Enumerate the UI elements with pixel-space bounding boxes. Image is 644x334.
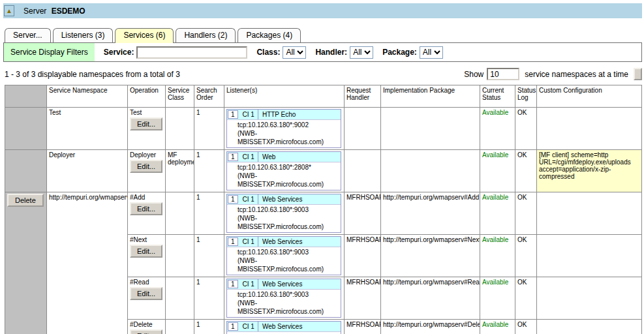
listener-endpoint: tcp:10.120.63.180*:9003 bbox=[238, 205, 339, 214]
col-header-action bbox=[5, 85, 47, 108]
listener-address: tcp:10.120.63.180*:9003(NWB-MBISSETXP.mi… bbox=[227, 247, 341, 275]
listener-name: Web Services bbox=[258, 281, 307, 288]
page-size-input[interactable] bbox=[487, 68, 519, 80]
listener-box: 1CI 1Web Servicestcp:10.120.63.180*:9003… bbox=[226, 321, 341, 334]
col-header-current-status: Current Status bbox=[480, 85, 515, 108]
custom-config-cell bbox=[537, 320, 642, 334]
listener-conversation: CI 1 bbox=[239, 152, 258, 162]
listener-cell: 1CI 1Web Servicestcp:10.120.63.180*:9003… bbox=[224, 235, 345, 277]
server-title: Server ESDEMO bbox=[23, 7, 85, 16]
current-status-cell: Available bbox=[480, 192, 515, 235]
listener-address: tcp:10.120.63.180*:2808*(NWB-MBISSETXP.m… bbox=[227, 162, 341, 190]
listener-cell: 1CI 1Web Servicestcp:10.120.63.180*:9003… bbox=[224, 320, 345, 334]
operation-label: #Delete bbox=[130, 321, 163, 328]
es-admin-page: ▲ Server ESDEMO Server...Listeners (3)Se… bbox=[0, 0, 644, 334]
refresh-button[interactable] bbox=[634, 68, 642, 80]
listener-name: Web Services bbox=[258, 238, 307, 245]
service-namespace-cell: Test bbox=[47, 108, 128, 150]
listener-address: tcp:10.120.63.180*:9003(NWB-MBISSETXP.mi… bbox=[227, 290, 341, 317]
tab-listeners-3[interactable]: Listeners (3) bbox=[53, 28, 114, 42]
edit-button[interactable]: Edit... bbox=[130, 287, 162, 300]
col-header-service-namespace: Service Namespace bbox=[47, 85, 128, 108]
request-handler-cell: MFRHSOAP bbox=[345, 320, 381, 334]
listener-header: 1CI 1Web Services bbox=[227, 194, 341, 205]
class-filter-label: Class: bbox=[256, 48, 280, 57]
filter-bar: Service Display Filters Service: Class: … bbox=[3, 42, 642, 62]
service-class-cell: MF deployment bbox=[166, 150, 194, 192]
listener-conversation: CI 1 bbox=[239, 110, 258, 119]
operation-cell: #DeleteEdit... bbox=[128, 320, 166, 334]
handler-filter-label: Handler: bbox=[315, 48, 347, 57]
listener-conversation: CI 1 bbox=[239, 322, 258, 331]
edit-button[interactable]: Edit... bbox=[130, 329, 162, 334]
handler-filter-select[interactable]: All bbox=[350, 46, 373, 59]
tab-server[interactable]: Server... bbox=[5, 28, 51, 42]
status-log-cell: OK bbox=[515, 277, 537, 320]
pagination-bar: 1 - 3 of 3 displayable namespaces from a… bbox=[5, 68, 642, 80]
package-filter-select[interactable]: All bbox=[420, 46, 443, 59]
search-order-cell: 1 bbox=[194, 108, 224, 150]
listener-address: tcp:10.120.63.180*:9003(NWB-MBISSETXP.mi… bbox=[227, 205, 341, 232]
implementation-package-cell: http://tempuri.org/wmapserv#Read bbox=[381, 277, 480, 320]
listener-host: (NWB-MBISSETXP.microfocus.com) bbox=[238, 256, 339, 273]
collapse-triangle-icon[interactable]: ▲ bbox=[4, 5, 14, 16]
current-status-cell: Available bbox=[480, 320, 515, 334]
status-log-cell: OK bbox=[515, 320, 537, 334]
listener-endpoint: tcp:10.120.63.180*:9002 bbox=[238, 121, 339, 129]
listener-box: 1CI 1Web Servicestcp:10.120.63.180*:9003… bbox=[226, 194, 341, 233]
operation-cell: TestEdit... bbox=[128, 108, 166, 150]
service-namespace-cell: Deployer bbox=[47, 150, 128, 192]
listener-conversation: CI 1 bbox=[239, 237, 258, 247]
service-class-cell bbox=[166, 277, 194, 320]
server-header-bar: ▲ Server ESDEMO bbox=[3, 3, 642, 18]
listener-host: (NWB-MBISSETXP.microfocus.com) bbox=[238, 214, 339, 231]
class-filter-select[interactable]: All bbox=[283, 46, 306, 59]
col-header-search-order: Search Order bbox=[194, 85, 224, 108]
operation-cell: #NextEdit... bbox=[128, 235, 166, 277]
listener-index: 1 bbox=[228, 153, 238, 161]
current-status-cell: Available bbox=[480, 277, 515, 320]
custom-config-cell bbox=[537, 235, 642, 277]
listener-box: 1CI 1Webtcp:10.120.63.180*:2808*(NWB-MBI… bbox=[226, 151, 341, 190]
edit-button[interactable]: Edit... bbox=[130, 202, 162, 215]
implementation-package-cell: http://tempuri.org/wmapserv#Add bbox=[381, 192, 480, 235]
listener-index: 1 bbox=[228, 195, 238, 204]
tab-bar: Server...Listeners (3)Services (6)Handle… bbox=[5, 28, 644, 42]
listener-name: Web Services bbox=[258, 323, 307, 330]
search-order-cell: 1 bbox=[194, 277, 224, 320]
listener-box: 1CI 1Web Servicestcp:10.120.63.180*:9003… bbox=[226, 236, 341, 275]
status-log-cell: OK bbox=[515, 108, 537, 150]
search-order-cell: 1 bbox=[194, 235, 224, 277]
operation-label: #Add bbox=[130, 194, 163, 201]
server-name: ESDEMO bbox=[52, 7, 85, 16]
service-filter-input[interactable] bbox=[136, 46, 247, 59]
edit-button[interactable]: Edit... bbox=[130, 160, 162, 173]
services-table: Service NamespaceOperationService ClassS… bbox=[5, 85, 642, 334]
listener-cell: 1CI 1Webtcp:10.120.63.180*:2808*(NWB-MBI… bbox=[224, 150, 345, 192]
listener-host: (NWB-MBISSETXP.microfocus.com) bbox=[238, 129, 339, 146]
tab-handlers-2[interactable]: Handlers (2) bbox=[176, 28, 236, 42]
pagination-summary: 1 - 3 of 3 displayable namespaces from a… bbox=[5, 70, 180, 79]
show-label: Show bbox=[464, 70, 483, 79]
listener-host: (NWB-MBISSETXP.microfocus.com) bbox=[238, 172, 339, 189]
package-filter-label: Package: bbox=[382, 48, 417, 57]
operation-label: #Read bbox=[130, 279, 163, 286]
tab-packages-4[interactable]: Packages (4) bbox=[238, 28, 301, 42]
custom-config-cell bbox=[537, 277, 642, 320]
listener-header: 1CI 1Web Services bbox=[227, 279, 341, 290]
row-action-cell bbox=[5, 108, 47, 150]
service-class-cell bbox=[166, 235, 194, 277]
search-order-cell: 1 bbox=[194, 320, 224, 334]
current-status-cell: Available bbox=[480, 108, 515, 150]
delete-button[interactable]: Delete bbox=[7, 194, 44, 207]
listener-index: 1 bbox=[228, 110, 238, 119]
tab-services-6[interactable]: Services (6) bbox=[115, 28, 174, 43]
edit-button[interactable]: Edit... bbox=[130, 245, 162, 258]
listener-conversation: CI 1 bbox=[239, 279, 258, 289]
request-handler-cell bbox=[345, 150, 381, 192]
col-header-custom-configuration: Custom Configuration bbox=[537, 85, 642, 108]
edit-button[interactable]: Edit... bbox=[130, 117, 162, 130]
listener-host: (NWB-MBISSETXP.microfocus.com) bbox=[238, 299, 339, 316]
request-handler-cell: MFRHSOAP bbox=[345, 235, 381, 277]
listener-box: 1CI 1HTTP Echotcp:10.120.63.180*:9002(NW… bbox=[226, 109, 341, 148]
